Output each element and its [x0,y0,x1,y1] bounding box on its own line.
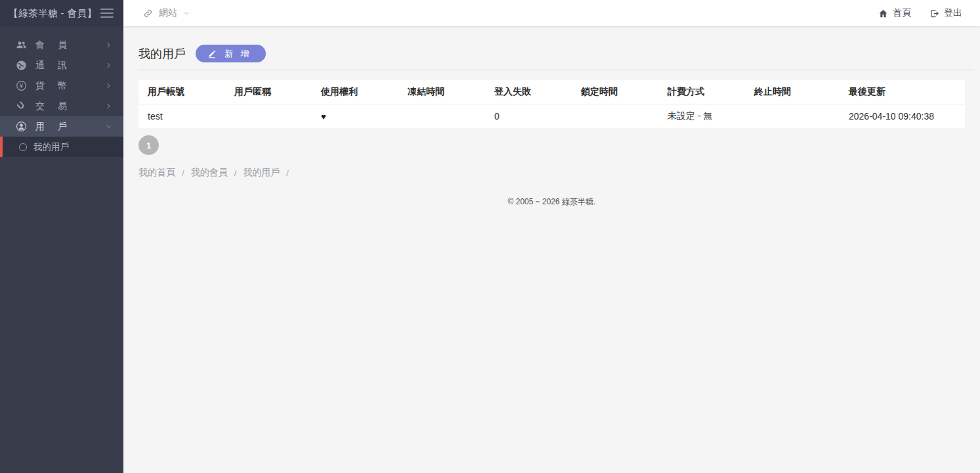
sidebar-item-users[interactable]: 用戶 [0,116,123,137]
svg-text:¥: ¥ [20,83,24,89]
heart-icon: ♥ [321,112,326,122]
breadcrumb-separator: / [182,168,184,178]
users-icon [15,39,28,51]
add-button[interactable]: 新 增 [196,45,266,62]
add-button-label: 新 增 [224,48,252,60]
pencil-icon [207,49,217,58]
app-window: 【綠茶半糖 - 會員】 會員 通訊 [0,0,980,473]
globe-icon [15,59,28,72]
home-button-label: 首頁 [893,7,911,19]
sidebar-menu: 會員 通訊 ¥ 貨幣 [0,35,123,157]
chevron-right-icon [105,41,112,49]
col-header-end-time: 終止時間 [745,80,840,104]
logout-button[interactable]: 登出 [929,7,962,19]
topbar-right: 首頁 登出 [878,7,962,19]
sidebar-subitem-my-users[interactable]: 我的用戶 [3,137,123,157]
table-header-row: 用戶帳號 用戶匿稱 使用權利 凍結時間 登入失敗 鎖定時間 計費方式 終止時間 … [138,80,965,104]
sidebar-item-label: 貨幣 [35,80,67,92]
breadcrumb: 我的首頁 / 我的會員 / 我的用戶 / [138,167,965,179]
sidebar-item-trade[interactable]: 交易 [0,96,123,116]
sidebar-item-currency[interactable]: ¥ 貨幣 [0,76,123,96]
cell-account: test [138,104,225,128]
page-button-1[interactable]: 1 [138,135,159,155]
logout-icon [929,9,939,18]
chevron-right-icon [105,102,112,110]
home-icon [878,9,888,18]
cell-nickname [225,104,312,128]
site-dropdown[interactable]: 網站 [143,7,190,19]
cell-freeze-time [398,104,485,128]
cell-end-time [745,104,840,128]
sidebar: 【綠茶半糖 - 會員】 會員 通訊 [0,0,123,473]
section-divider [138,70,973,70]
breadcrumb-my-users[interactable]: 我的用戶 [243,167,280,179]
sidebar-subitem-label: 我的用戶 [33,141,69,153]
sidebar-item-label: 用戶 [35,121,67,133]
col-header-last-update: 最後更新 [840,80,965,104]
hamburger-menu-icon[interactable] [100,7,114,20]
sidebar-item-label: 通訊 [35,60,67,72]
breadcrumb-home[interactable]: 我的首頁 [138,167,175,179]
link-icon [143,9,153,18]
home-button[interactable]: 首頁 [878,7,911,19]
copyright-footer: © 2005 ~ 2026 綠茶半糖. [138,196,965,208]
col-header-lock-time: 鎖定時間 [572,80,658,104]
col-header-nickname: 用戶匿稱 [225,80,312,104]
logout-button-label: 登出 [944,7,962,19]
user-circle-icon [15,120,28,133]
cell-last-update: 2026-04-10 09:40:38 [840,104,965,128]
magnet-icon [15,100,28,112]
cell-rights: ♥ [312,104,398,128]
breadcrumb-members[interactable]: 我的會員 [191,167,228,179]
circle-bullet-icon [19,143,27,151]
cell-login-fail: 0 [485,104,572,128]
chevron-down-icon [105,123,112,130]
breadcrumb-separator: / [234,168,237,178]
col-header-account: 用戶帳號 [138,80,225,104]
chevron-right-icon [105,62,112,69]
sidebar-item-label: 交易 [35,101,67,112]
col-header-rights: 使用權利 [312,80,398,104]
chevron-right-icon [105,82,112,89]
sidebar-header: 【綠茶半糖 - 會員】 [0,0,123,26]
site-dropdown-label: 網站 [159,7,177,19]
currency-icon: ¥ [15,79,28,92]
page-content: 我的用戶 新 增 用戶帳號 用戶匿稱 [123,26,980,473]
sidebar-submenu-users: 我的用戶 [0,137,123,157]
main-area: 網站 首頁 登出 [123,0,980,473]
sidebar-item-members[interactable]: 會員 [0,35,123,55]
sidebar-item-communication[interactable]: 通訊 [0,55,123,76]
pagination: 1 [138,135,965,155]
users-table: 用戶帳號 用戶匿稱 使用權利 凍結時間 登入失敗 鎖定時間 計費方式 終止時間 … [138,80,965,128]
table-row[interactable]: test ♥ 0 未設定 - 無 2026-04-10 09:40:38 [138,104,965,128]
col-header-login-fail: 登入失敗 [485,80,572,104]
cell-billing: 未設定 - 無 [658,104,745,128]
chevron-down-icon [183,10,190,16]
topbar: 網站 首頁 登出 [123,0,980,26]
col-header-billing: 計費方式 [658,80,745,104]
page-title: 我的用戶 [138,46,186,62]
breadcrumb-separator: / [286,168,289,178]
users-table-wrap: 用戶帳號 用戶匿稱 使用權利 凍結時間 登入失敗 鎖定時間 計費方式 終止時間 … [138,80,965,128]
cell-lock-time [572,104,658,128]
col-header-freeze-time: 凍結時間 [398,80,485,104]
sidebar-brand-title: 【綠茶半糖 - 會員】 [9,7,96,20]
sidebar-item-label: 會員 [35,39,67,51]
page-head: 我的用戶 新 增 [138,45,965,62]
